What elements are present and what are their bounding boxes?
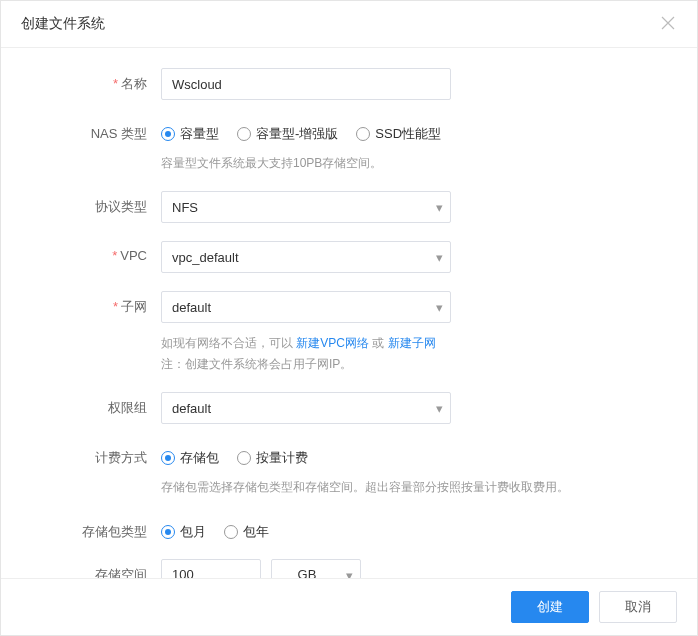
select-value: default [161, 291, 451, 323]
select-value: default [161, 392, 451, 424]
storage-unit-select[interactable]: GB ▾ [271, 559, 361, 578]
select-value: vpc_default [161, 241, 451, 273]
billing-radio-group: 存储包 按量计费 [161, 442, 667, 467]
radio-label: 存储包 [180, 449, 219, 467]
protocol-select[interactable]: NFS ▾ [161, 191, 451, 223]
vpc-select[interactable]: vpc_default ▾ [161, 241, 451, 273]
radio-label: 容量型 [180, 125, 219, 143]
radio-icon [161, 127, 175, 141]
radio-capacity-plus[interactable]: 容量型-增强版 [237, 125, 338, 143]
perm-group-select[interactable]: default ▾ [161, 392, 451, 424]
radio-icon [161, 525, 175, 539]
dialog-footer: 创建 取消 [1, 578, 697, 635]
radio-label: 包年 [243, 523, 269, 541]
subnet-help: 如现有网络不合适，可以 新建VPC网络 或 新建子网 注：创建文件系统将会占用子… [161, 333, 667, 374]
nas-type-help: 容量型文件系统最大支持10PB存储空间。 [161, 153, 667, 173]
radio-icon [224, 525, 238, 539]
radio-label: 按量计费 [256, 449, 308, 467]
radio-ssd[interactable]: SSD性能型 [356, 125, 441, 143]
radio-label: 容量型-增强版 [256, 125, 338, 143]
label-name: 名称 [31, 68, 161, 93]
radio-metered[interactable]: 按量计费 [237, 449, 308, 467]
create-filesystem-dialog: 创建文件系统 名称 NAS 类型 容量型 容量型- [0, 0, 698, 636]
subnet-note: 注：创建文件系统将会占用子网IP。 [161, 357, 352, 371]
radio-package[interactable]: 存储包 [161, 449, 219, 467]
billing-help: 存储包需选择存储包类型和存储空间。超出容量部分按照按量计费收取费用。 [161, 477, 667, 497]
radio-icon [237, 451, 251, 465]
radio-yearly[interactable]: 包年 [224, 523, 269, 541]
select-value: GB [271, 559, 361, 578]
help-or: 或 [369, 336, 388, 350]
help-prefix: 如现有网络不合适，可以 [161, 336, 296, 350]
label-perm-group: 权限组 [31, 392, 161, 417]
radio-monthly[interactable]: 包月 [161, 523, 206, 541]
label-billing: 计费方式 [31, 442, 161, 467]
name-input[interactable] [161, 68, 451, 100]
dialog-body: 名称 NAS 类型 容量型 容量型-增强版 [1, 48, 697, 578]
dialog-header: 创建文件系统 [1, 1, 697, 48]
radio-label: SSD性能型 [375, 125, 441, 143]
storage-input[interactable] [161, 559, 261, 578]
close-icon[interactable] [661, 16, 677, 32]
label-nas-type: NAS 类型 [31, 118, 161, 143]
radio-capacity[interactable]: 容量型 [161, 125, 219, 143]
select-value: NFS [161, 191, 451, 223]
label-pkg-type: 存储包类型 [31, 516, 161, 541]
label-storage: 存储空间 [31, 559, 161, 578]
radio-icon [237, 127, 251, 141]
label-subnet: 子网 [31, 291, 161, 316]
label-protocol: 协议类型 [31, 191, 161, 216]
label-vpc: VPC [31, 241, 161, 263]
nas-type-radio-group: 容量型 容量型-增强版 SSD性能型 [161, 118, 667, 143]
pkg-type-radio-group: 包月 包年 [161, 516, 667, 541]
subnet-select[interactable]: default ▾ [161, 291, 451, 323]
radio-label: 包月 [180, 523, 206, 541]
radio-icon [356, 127, 370, 141]
create-button[interactable]: 创建 [511, 591, 589, 623]
cancel-button[interactable]: 取消 [599, 591, 677, 623]
dialog-title: 创建文件系统 [21, 15, 105, 33]
create-vpc-link[interactable]: 新建VPC网络 [296, 336, 369, 350]
radio-icon [161, 451, 175, 465]
create-subnet-link[interactable]: 新建子网 [388, 336, 436, 350]
